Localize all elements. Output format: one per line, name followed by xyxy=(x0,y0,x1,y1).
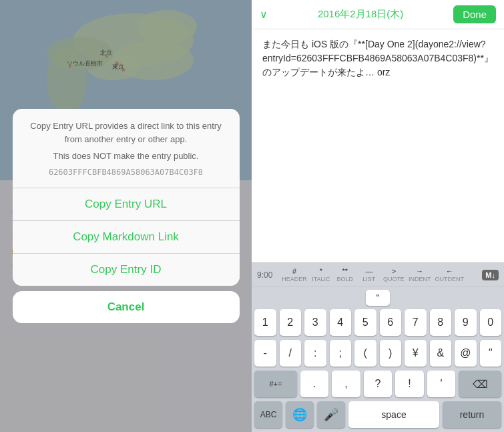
key-question[interactable]: ? xyxy=(364,371,393,397)
key-colon[interactable]: : xyxy=(304,340,326,367)
modal-overlay: Copy Entry URL provides a direct link to… xyxy=(0,0,252,432)
italic-symbol: * xyxy=(320,267,322,275)
key-0[interactable]: 0 xyxy=(480,309,502,336)
done-button[interactable]: Done xyxy=(453,5,496,23)
key-hash-plus-equals[interactable]: #+= xyxy=(254,371,297,397)
indent-symbol: → xyxy=(416,267,423,275)
copy-entry-id-button[interactable]: Copy Entry ID xyxy=(13,254,240,286)
key-5[interactable]: 5 xyxy=(354,309,376,336)
keyboard-number-row: 1 2 3 4 5 6 7 8 9 0 xyxy=(252,307,504,338)
italic-format-button[interactable]: * ITALIC xyxy=(311,267,331,282)
key-apostrophe[interactable]: ' xyxy=(427,371,456,397)
key-rparen[interactable]: ) xyxy=(380,340,402,367)
key-space[interactable]: space xyxy=(348,401,439,428)
chevron-down-icon[interactable]: ∨ xyxy=(260,8,268,21)
header-format-button[interactable]: # HEADER xyxy=(282,267,307,282)
quote-key[interactable]: " xyxy=(366,290,391,306)
indent-format-button[interactable]: → INDENT xyxy=(409,267,431,282)
key-delete[interactable]: ⌫ xyxy=(459,371,501,397)
key-ampersand[interactable]: & xyxy=(430,340,452,367)
key-abc[interactable]: ABC xyxy=(254,401,282,428)
key-1[interactable]: 1 xyxy=(254,309,276,336)
header-symbol: # xyxy=(292,267,296,275)
italic-label: ITALIC xyxy=(312,276,330,282)
key-slash[interactable]: / xyxy=(280,340,302,367)
copy-entry-modal: Copy Entry URL provides a direct link to… xyxy=(13,109,240,286)
bold-symbol: ** xyxy=(342,267,348,275)
key-yen[interactable]: ¥ xyxy=(405,340,427,367)
quote-label: QUOTE xyxy=(383,276,405,282)
outdent-label: OUTDENT xyxy=(435,276,464,282)
outdent-format-button[interactable]: ← OUTDENT xyxy=(435,267,464,282)
key-2[interactable]: 2 xyxy=(280,309,302,336)
indent-label: INDENT xyxy=(409,276,431,282)
key-quote[interactable]: " xyxy=(480,340,502,367)
outdent-symbol: ← xyxy=(446,267,453,275)
modal-entry-id: 62603FFFCBFB4869A58063A07B4C03F8 xyxy=(26,168,226,177)
keyboard-function-row: #+= . , ? ! ' ⌫ xyxy=(252,369,504,399)
entry-date: 2016年2月18日(木) xyxy=(318,8,403,21)
key-at[interactable]: @ xyxy=(455,340,477,367)
key-semicolon[interactable]: ; xyxy=(330,340,352,367)
header-label: HEADER xyxy=(282,276,307,282)
entry-text: また今日も iOS 版の『**[Day One 2](dayone2://vie… xyxy=(262,39,493,77)
keyboard-special-row: " xyxy=(252,287,504,307)
keyboard-symbol-row: - / : ; ( ) ¥ & @ " xyxy=(252,338,504,369)
right-header: ∨ 2016年2月18日(木) Done xyxy=(252,0,504,29)
modal-body: Copy Entry URL provides a direct link to… xyxy=(13,109,240,188)
key-return[interactable]: return xyxy=(443,401,501,428)
key-8[interactable]: 8 xyxy=(430,309,452,336)
key-9[interactable]: 9 xyxy=(455,309,477,336)
cancel-button[interactable]: Cancel xyxy=(13,291,240,323)
key-minus[interactable]: - xyxy=(254,340,276,367)
mic-key[interactable]: 🎤 xyxy=(317,401,345,428)
right-panel: ∨ 2016年2月18日(木) Done また今日も iOS 版の『**[Day… xyxy=(252,0,504,432)
modal-actions: Copy Entry URL Copy Markdown Link Copy E… xyxy=(13,188,240,286)
quote-format-button[interactable]: > QUOTE xyxy=(383,267,405,282)
key-comma[interactable]: , xyxy=(332,371,360,397)
bold-label: BOLD xyxy=(337,276,354,282)
key-exclamation[interactable]: ! xyxy=(395,371,424,397)
markdown-indicator: M↓ xyxy=(482,270,499,280)
toolbar-time: 9:00 xyxy=(257,270,272,280)
left-panel: 北京 ソウル直轄市 東京 Location: Set... Weather: F… xyxy=(0,0,252,432)
bold-format-button[interactable]: ** BOLD xyxy=(335,267,355,282)
key-4[interactable]: 4 xyxy=(330,309,352,336)
copy-markdown-link-button[interactable]: Copy Markdown Link xyxy=(13,221,240,254)
list-symbol: — xyxy=(365,267,372,275)
list-label: LIST xyxy=(362,276,375,282)
list-format-button[interactable]: — LIST xyxy=(359,267,379,282)
keyboard-bottom-row: ABC 🌐 🎤 space return xyxy=(252,399,504,432)
globe-key[interactable]: 🌐 xyxy=(286,401,314,428)
entry-content[interactable]: また今日も iOS 版の『**[Day One 2](dayone2://vie… xyxy=(252,29,504,262)
quote-symbol: > xyxy=(392,267,396,275)
key-period[interactable]: . xyxy=(300,371,329,397)
modal-note: This does NOT make the entry public. xyxy=(26,151,226,161)
modal-wrapper: Copy Entry URL provides a direct link to… xyxy=(13,109,240,323)
key-3[interactable]: 3 xyxy=(304,309,326,336)
key-lparen[interactable]: ( xyxy=(354,340,376,367)
copy-entry-url-button[interactable]: Copy Entry URL xyxy=(13,188,240,221)
markdown-toolbar: 9:00 # HEADER * ITALIC ** BOLD — LIST > … xyxy=(252,262,504,287)
key-7[interactable]: 7 xyxy=(405,309,427,336)
keyboard: " 1 2 3 4 5 6 7 8 9 0 - / : ; ( ) ¥ & @ … xyxy=(252,287,504,432)
modal-description: Copy Entry URL provides a direct link to… xyxy=(26,120,226,146)
key-6[interactable]: 6 xyxy=(380,309,402,336)
